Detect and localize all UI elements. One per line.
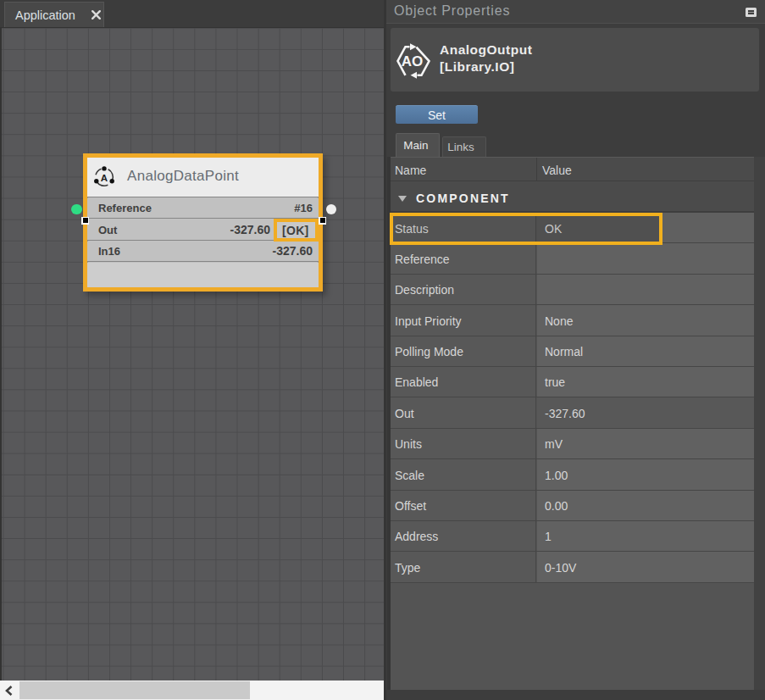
svg-text:A: A	[101, 173, 108, 183]
svg-text:AO: AO	[402, 53, 424, 69]
